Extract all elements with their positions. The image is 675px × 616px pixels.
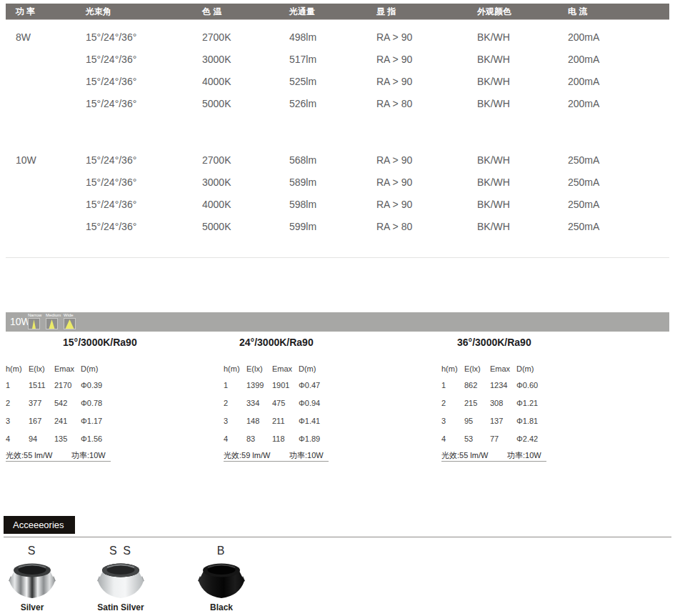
- cct-value: 2700K: [202, 154, 231, 166]
- current-value: 250mA: [568, 177, 599, 188]
- table-row: 15°/24°/36° 5000K 526lm RA > 80 BK/WH 20…: [0, 98, 675, 110]
- current-value: 200mA: [568, 98, 599, 109]
- beam-narrow-icon: Narrow: [28, 312, 41, 332]
- finish-value: BK/WH: [477, 31, 510, 43]
- efficacy-value: 光效:55 lm/W: [6, 450, 52, 461]
- current-value: 200mA: [568, 54, 599, 65]
- table-row: 8W 15°/24°/36° 2700K 498lm RA > 90 BK/WH…: [0, 31, 675, 44]
- accessories-title-box: Acceeeories: [4, 516, 75, 534]
- finish-value: BK/WH: [477, 98, 510, 109]
- cct-value: 3000K: [202, 177, 231, 188]
- table-row: 15°/24°/36° 4000K 525lm RA > 90 BK/WH 20…: [0, 76, 675, 88]
- table-row: 3 95 137 Φ1.81: [441, 417, 549, 427]
- current-value: 250mA: [568, 199, 599, 210]
- spec-col-header-power: 功 率: [16, 4, 35, 20]
- cri-value: RA > 90: [376, 154, 412, 166]
- power-value: 8W: [16, 31, 31, 43]
- accessory-code: S S: [78, 545, 164, 560]
- flux-value: 517lm: [289, 54, 316, 65]
- satin-silver-reflector-image: [97, 561, 144, 601]
- beam-angle-value: 15°/24°/36°: [86, 76, 136, 87]
- cct-value: 2700K: [202, 31, 231, 43]
- beam-medium-icon: Medium: [46, 312, 59, 332]
- spec-col-header-cct: 色 温: [202, 4, 221, 20]
- accessories-title: Acceeeories: [13, 520, 64, 530]
- accessory-label: Silver: [0, 602, 75, 612]
- accessory-label: Black: [179, 602, 264, 612]
- cct-value: 4000K: [202, 199, 231, 210]
- accessory-black: B Black: [179, 545, 264, 612]
- photometric-table-24deg: h(m) E(lx) Emax D(m) 1 1399 1901 Φ0.47 2…: [224, 361, 331, 465]
- spec-col-header-beam-angle: 光束角: [86, 4, 111, 20]
- table-row: 15°/24°/36° 3000K 517lm RA > 90 BK/WH 20…: [0, 54, 675, 66]
- beam-angle-value: 15°/24°/36°: [86, 154, 136, 166]
- table-row: 15°/24°/36° 5000K 599lm RA > 80 BK/WH 25…: [0, 221, 675, 233]
- flux-value: 589lm: [289, 177, 316, 188]
- section-divider: [6, 257, 669, 258]
- flux-value: 568lm: [289, 154, 316, 166]
- black-reflector-image: [198, 561, 245, 601]
- photometric-table-36deg: h(m) E(lx) Emax D(m) 1 862 1234 Φ0.60 2 …: [441, 361, 549, 465]
- table-row: 1 1399 1901 Φ0.47: [224, 381, 331, 391]
- table-row: 1 1511 2170 Φ0.39: [6, 381, 113, 391]
- spec-col-header-current: 电 流: [568, 4, 587, 20]
- cri-value: RA > 90: [376, 199, 412, 210]
- cri-value: RA > 90: [376, 177, 412, 188]
- table-header-row: h(m) E(lx) Emax D(m): [6, 364, 113, 374]
- spec-col-header-flux: 光通量: [289, 4, 315, 20]
- footer-power-value: 功率:10W: [71, 450, 106, 461]
- flux-value: 526lm: [289, 98, 316, 109]
- accessory-satin-silver: S S Satin Silver: [78, 545, 164, 612]
- flux-value: 599lm: [289, 221, 316, 232]
- finish-value: BK/WH: [477, 76, 510, 87]
- flux-value: 525lm: [289, 76, 316, 87]
- table-row: 15°/24°/36° 3000K 589lm RA > 90 BK/WH 25…: [0, 177, 675, 189]
- finish-value: BK/WH: [477, 221, 510, 232]
- beam-angle-value: 15°/24°/36°: [86, 177, 136, 188]
- beam-angle-value: 15°/24°/36°: [86, 54, 136, 65]
- table-row: 4 83 118 Φ1.89: [224, 434, 331, 444]
- finish-value: BK/WH: [477, 154, 510, 166]
- footer-power-value: 功率:10W: [289, 450, 324, 461]
- table-row: 4 94 135 Φ1.56: [6, 434, 113, 444]
- photometric-section-bar: 10W Narrow Medium Wide: [6, 312, 669, 332]
- footer-power-value: 功率:10W: [507, 450, 541, 461]
- cct-value: 4000K: [202, 76, 231, 87]
- table-row: 4 53 77 Φ2.42: [441, 434, 549, 444]
- table-underline: [6, 461, 111, 462]
- flux-value: 598lm: [289, 199, 316, 210]
- current-value: 200mA: [568, 76, 599, 87]
- table-row: 10W 15°/24°/36° 2700K 568lm RA > 90 BK/W…: [0, 154, 675, 167]
- table-underline: [224, 461, 329, 462]
- spec-sheet-page: 功 率 光束角 色 温 光通量 显 指 外观颜色 电 流 8W 15°/24°/…: [0, 0, 675, 616]
- cct-value: 5000K: [202, 221, 231, 232]
- finish-value: BK/WH: [477, 199, 510, 210]
- cri-value: RA > 90: [376, 54, 412, 65]
- current-value: 200mA: [568, 31, 599, 43]
- current-value: 250mA: [568, 221, 599, 232]
- table-underline: [441, 461, 546, 462]
- current-value: 250mA: [568, 154, 599, 166]
- accessory-code: B: [179, 545, 264, 560]
- beam-wide-icon: Wide: [64, 312, 76, 332]
- spec-col-header-cri: 显 指: [376, 4, 396, 20]
- table-row: 2 334 475 Φ0.94: [224, 399, 331, 409]
- finish-value: BK/WH: [477, 54, 510, 65]
- cri-value: RA > 80: [376, 98, 412, 109]
- beam-angle-value: 15°/24°/36°: [86, 221, 136, 232]
- accessory-label: Satin Silver: [78, 602, 164, 612]
- spec-col-header-finish: 外观颜色: [477, 4, 511, 20]
- photometric-table-15deg: h(m) E(lx) Emax D(m) 1 1511 2170 Φ0.39 2…: [6, 361, 113, 465]
- beam-angle-value: 15°/24°/36°: [86, 199, 136, 210]
- table-header-row: h(m) E(lx) Emax D(m): [441, 364, 549, 374]
- table-row: 3 167 241 Φ1.17: [6, 417, 113, 427]
- cri-value: RA > 80: [376, 221, 412, 232]
- table-row: 1 862 1234 Φ0.60: [441, 381, 549, 391]
- table-row: 3 148 211 Φ1.41: [224, 417, 331, 427]
- table-footer: 光效:59 lm/W 功率:10W: [224, 450, 331, 460]
- cri-value: RA > 90: [376, 76, 412, 87]
- table-row: 2 215 308 Φ1.21: [441, 399, 549, 409]
- silver-reflector-image: [9, 561, 56, 601]
- efficacy-value: 光效:59 lm/W: [224, 450, 270, 461]
- accessory-code: S: [0, 545, 75, 560]
